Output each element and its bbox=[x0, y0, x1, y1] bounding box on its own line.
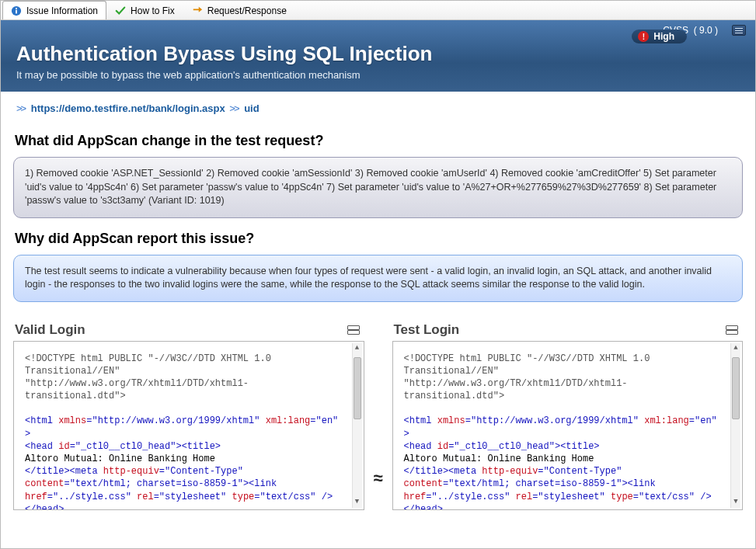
svg-rect-1 bbox=[16, 9, 17, 13]
tab-request-response[interactable]: Request/Response bbox=[183, 1, 295, 19]
scroll-up-icon[interactable]: ▲ bbox=[731, 343, 740, 354]
tab-label: Issue Information bbox=[26, 5, 98, 16]
section-title-why: Why did AppScan report this issue? bbox=[15, 231, 741, 247]
scroll-down-icon[interactable]: ▼ bbox=[731, 497, 740, 508]
content-area: ! High CVSS ( 9.0 ) Authentication Bypas… bbox=[1, 20, 755, 548]
issue-header: ! High CVSS ( 9.0 ) Authentication Bypas… bbox=[1, 20, 755, 92]
scroll-down-icon[interactable]: ▼ bbox=[353, 497, 362, 508]
scroll-up-icon[interactable]: ▲ bbox=[353, 343, 362, 354]
severity-label: High bbox=[653, 31, 674, 42]
view-toggle-icon[interactable] bbox=[347, 325, 360, 335]
menu-icon[interactable] bbox=[732, 25, 746, 36]
chevron-icon: >> bbox=[16, 103, 25, 114]
issue-subtitle: It may be possible to bypass the web app… bbox=[16, 69, 740, 81]
column-title: Valid Login bbox=[15, 322, 85, 338]
scrollbar[interactable]: ▲▼ bbox=[352, 343, 362, 508]
tab-issue-information[interactable]: Issue Information bbox=[2, 1, 106, 19]
valid-login-code[interactable]: <!DOCTYPE html PUBLIC "-//W3C//DTD XHTML… bbox=[13, 341, 364, 510]
severity-badge[interactable]: ! High bbox=[632, 30, 687, 43]
tab-how-to-fix[interactable]: How to Fix bbox=[106, 1, 183, 19]
info-icon bbox=[11, 5, 22, 16]
view-toggle-icon[interactable] bbox=[726, 325, 738, 335]
test-login-code[interactable]: <!DOCTYPE html PUBLIC "-//W3C//DTD XHTML… bbox=[392, 341, 744, 510]
issue-title: Authentication Bypass Using SQL Injectio… bbox=[16, 42, 740, 66]
breadcrumb-url[interactable]: https://demo.testfire.net/bank/login.asp… bbox=[31, 103, 225, 114]
chevron-icon: >> bbox=[229, 103, 238, 114]
request-response-icon bbox=[192, 5, 203, 16]
test-login-column: Test Login <!DOCTYPE html PUBLIC "-//W3C… bbox=[392, 322, 744, 510]
section-title-changed: What did AppScan change in the test requ… bbox=[15, 133, 741, 149]
breadcrumb: >> https://demo.testfire.net/bank/login.… bbox=[10, 92, 746, 120]
valid-login-column: Valid Login <!DOCTYPE html PUBLIC "-//W3… bbox=[13, 322, 364, 510]
tab-label: Request/Response bbox=[207, 5, 287, 16]
changed-box: 1) Removed cookie 'ASP.NET_SessionId' 2)… bbox=[13, 157, 743, 218]
why-box: The test result seems to indicate a vuln… bbox=[13, 255, 743, 302]
scroll-thumb[interactable] bbox=[732, 357, 740, 419]
alert-icon: ! bbox=[638, 31, 649, 42]
breadcrumb-param[interactable]: uid bbox=[244, 103, 260, 114]
svg-rect-2 bbox=[16, 8, 17, 9]
scrollbar[interactable]: ▲▼ bbox=[730, 343, 740, 508]
compare-row: Valid Login <!DOCTYPE html PUBLIC "-//W3… bbox=[10, 322, 746, 510]
column-title: Test Login bbox=[394, 322, 460, 338]
scroll-thumb[interactable] bbox=[354, 357, 361, 419]
approx-symbol: ≈ bbox=[364, 322, 392, 510]
header-topright: ! High CVSS ( 9.0 ) bbox=[663, 25, 746, 36]
tab-label: How to Fix bbox=[131, 5, 175, 16]
check-icon bbox=[115, 5, 126, 16]
tab-bar: Issue Information How to Fix Request/Res… bbox=[1, 1, 755, 20]
